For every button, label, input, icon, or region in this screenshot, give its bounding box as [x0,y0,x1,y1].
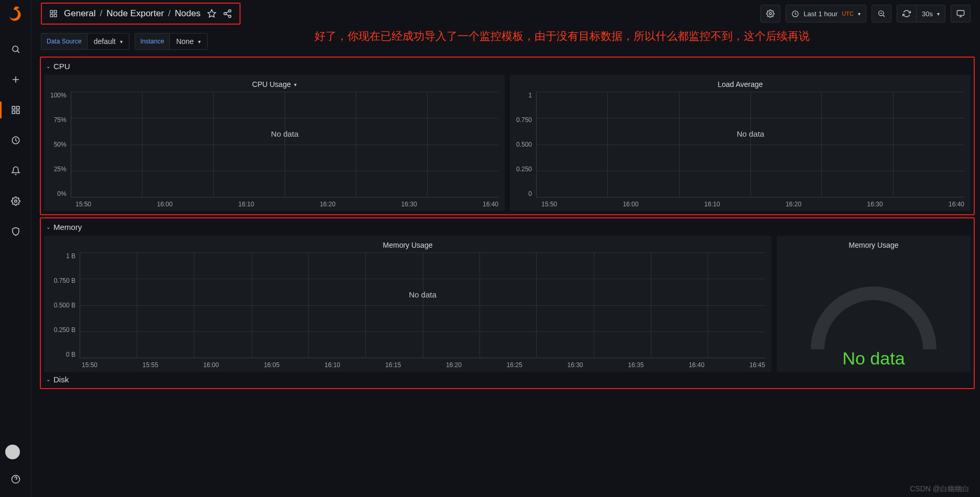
chevron-down-icon: ▾ [294,82,297,87]
x-tick: 16:10 [704,201,720,208]
instance-picker[interactable]: None ▾ [169,33,207,50]
instance-label: Instance [135,33,169,50]
data-source-value: default [94,37,116,46]
svg-point-17 [228,10,231,13]
x-tick: 16:30 [401,201,417,208]
y-tick: 0% [50,190,67,197]
panel-load-average[interactable]: Load Average 1 0.750 0.500 0.250 0 No da… [510,75,971,211]
svg-rect-13 [54,10,57,13]
avatar[interactable] [5,445,20,459]
svg-point-0 [13,46,18,52]
x-tick: 16:40 [949,201,964,208]
x-tick: 16:00 [157,201,172,208]
help-icon[interactable] [5,469,26,490]
data-source-label: Data Source [41,33,87,50]
dashboards-small-icon[interactable] [49,9,58,18]
breadcrumb-dashboard[interactable]: Node Exporter [106,8,164,19]
shield-icon[interactable] [5,221,26,242]
grafana-logo[interactable] [7,5,25,23]
data-source-picker[interactable]: default ▾ [87,33,129,50]
svg-rect-14 [50,14,53,17]
row-cpu-header[interactable]: ⌄ CPU [44,60,971,75]
panel-memory-usage-ts[interactable]: Memory Usage 1 B 0.750 B 0.500 B 0.250 B… [44,236,771,372]
row-cpu: ⌄ CPU CPU Usage ▾ 100% 75% 50% 25% 0% [40,57,975,215]
x-tick: 16:20 [446,361,462,369]
svg-point-22 [769,13,771,15]
breadcrumb-page[interactable]: Nodes [175,8,201,19]
chevron-down-icon: ▾ [120,39,123,45]
svg-marker-16 [208,10,215,17]
plot-area: No data [80,252,765,358]
x-axis: 15:50 16:00 16:10 16:20 16:30 16:40 [75,197,498,208]
y-tick: 50% [50,141,67,148]
chevron-down-icon: ▾ [198,39,201,45]
cycle-view-button[interactable] [951,5,971,23]
x-tick: 16:40 [689,361,704,369]
dashboard-settings-button[interactable] [760,5,780,23]
sidebar-bottom [5,445,26,492]
gear-icon[interactable] [5,191,26,212]
time-zone-label: UTC [842,10,854,17]
panel-memory-usage-gauge[interactable]: Memory Usage No data [777,236,971,372]
no-data-label: No data [271,129,299,138]
topbar: General / Node Exporter / Nodes Last 1 h… [31,0,980,27]
x-tick: 15:55 [143,361,158,369]
y-tick: 1 [516,92,532,99]
svg-point-19 [228,15,231,18]
dashboards-icon[interactable] [5,100,26,120]
x-axis: 15:50 15:55 16:00 16:05 16:10 16:15 16:2… [82,358,765,369]
explore-icon[interactable] [5,130,26,151]
row-disk-header[interactable]: ⌄ Disk [44,372,971,385]
y-tick: 0.750 B [50,277,75,284]
variable-bar: Data Source default ▾ Instance None ▾ [41,31,208,51]
panel-title: Memory Usage [383,241,433,249]
x-axis: 15:50 16:00 16:10 16:20 16:30 16:40 [541,197,964,208]
y-tick: 100% [50,92,67,99]
search-icon[interactable] [5,39,26,60]
svg-rect-7 [16,111,19,114]
x-tick: 16:05 [264,361,279,369]
chevron-down-icon: ▾ [937,11,940,17]
refresh-interval-label: 30s [922,10,933,18]
x-tick: 16:20 [786,201,801,208]
svg-rect-6 [12,111,15,114]
plus-icon[interactable] [5,69,26,90]
x-tick: 16:25 [507,361,522,369]
breadcrumb-path[interactable]: General / Node Exporter / Nodes [64,8,201,19]
y-tick: 75% [50,116,67,124]
svg-line-25 [883,15,885,17]
time-range-picker[interactable]: Last 1 hour UTC ▾ [786,5,866,23]
instance-value: None [176,37,193,46]
x-tick: 16:20 [320,201,335,208]
row-memory-title: Memory [53,223,82,231]
watermark: CSDN @白幽幽白 [910,484,970,494]
row-disk-title: Disk [53,375,69,384]
svg-rect-27 [957,10,964,15]
plot-area: No data [71,92,498,197]
x-tick: 16:40 [483,201,498,208]
refresh-button[interactable] [897,5,917,23]
chevron-down-icon: ⌄ [46,224,50,230]
share-icon[interactable] [223,9,232,18]
x-tick: 16:00 [203,361,219,369]
row-memory: ⌄ Memory Memory Usage 1 B 0.750 B 0.500 … [40,217,975,389]
panel-title: Load Average [717,80,763,89]
svg-line-21 [226,12,228,13]
breadcrumb-sep: / [168,8,171,19]
row-cpu-title: CPU [53,62,70,71]
x-tick: 16:15 [385,361,401,369]
panel-title: Memory Usage [849,241,899,249]
panel-cpu-usage[interactable]: CPU Usage ▾ 100% 75% 50% 25% 0% No data [44,75,505,211]
y-axis: 1 0.750 0.500 0.250 0 [516,92,536,197]
star-icon[interactable] [207,9,216,18]
row-memory-header[interactable]: ⌄ Memory [44,220,971,236]
svg-rect-4 [12,106,15,109]
svg-rect-15 [54,14,57,17]
gauge-value: No data [842,348,905,369]
breadcrumb-folder[interactable]: General [64,8,95,19]
svg-rect-12 [50,10,53,13]
alert-icon[interactable] [5,160,26,181]
zoom-out-button[interactable] [872,5,891,23]
refresh-interval-picker[interactable]: 30s ▾ [917,5,945,23]
y-tick: 0.750 [516,116,532,124]
